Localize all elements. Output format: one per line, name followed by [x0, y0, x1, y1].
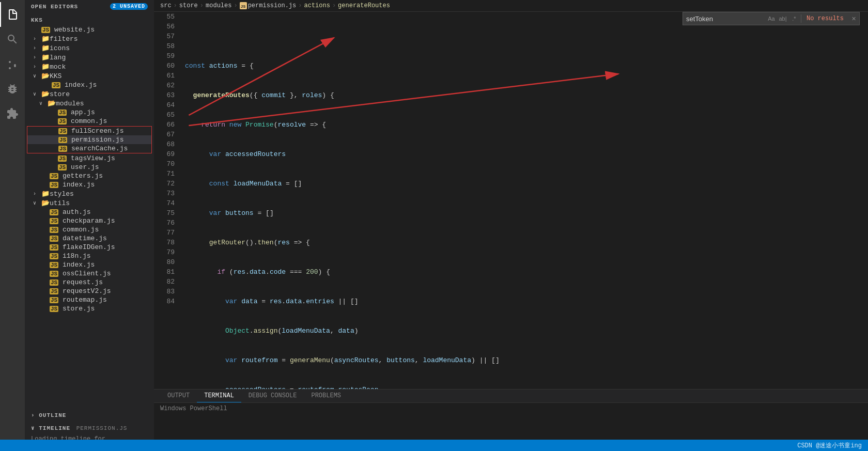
tree-item-request[interactable]: JS request.js — [25, 278, 154, 287]
tree-arrow-icons: › — [33, 45, 41, 51]
tree-arrow-utils: ∨ — [33, 200, 41, 206]
js-icon-requestv2: JS — [50, 288, 58, 294]
tree-item-styles[interactable]: › 📁 styles — [25, 189, 154, 198]
folder-icon-lang: 📁 — [41, 53, 50, 61]
tree-item-permission[interactable]: JS permission.js — [27, 135, 151, 144]
js-icon-getters: JS — [50, 173, 58, 179]
tree-item-mock[interactable]: › 📁 mock — [25, 62, 154, 71]
code-line-66: var routefrom = generaMenu(asyncRoutes, … — [185, 355, 868, 365]
watermark: CSDN @迷途小书童ing — [797, 441, 862, 450]
tree-item-user[interactable]: JS user.js — [25, 163, 154, 172]
tree-item-checkparam[interactable]: JS checkparam.js — [25, 216, 154, 225]
tab-debug-console[interactable]: DEBUG CONSOLE — [241, 390, 304, 402]
tree-item-tagsview[interactable]: JS tagsView.js — [25, 154, 154, 163]
js-icon-user: JS — [58, 164, 67, 170]
red-box-group: JS fullScreen.js JS permission.js JS sea… — [27, 126, 152, 153]
tree-item-auth[interactable]: JS auth.js — [25, 208, 154, 216]
tree-item-store[interactable]: ∨ 📂 store — [25, 89, 154, 99]
tree-item-lang[interactable]: › 📁 lang — [25, 53, 154, 62]
tree-item-app[interactable]: JS app.js — [25, 108, 154, 117]
open-editors-bar: OPEN EDITORS 2 UNSAVED — [25, 0, 154, 13]
js-icon-auth: JS — [50, 209, 58, 215]
svg-text:JS: JS — [240, 4, 245, 9]
sidebar: OPEN EDITORS 2 UNSAVED KKS JS website.js… — [25, 0, 154, 451]
tree-item-routemap[interactable]: JS routemap.js — [25, 296, 154, 304]
tree-item-datetime[interactable]: JS datetime.js — [25, 234, 154, 243]
folder-icon-filters: 📁 — [41, 35, 50, 43]
code-line-59: var accessedRouters — [185, 149, 868, 159]
tab-output[interactable]: OUTPUT — [160, 390, 197, 402]
js-icon-i18n: JS — [50, 253, 58, 259]
tree-arrow-lang: › — [33, 55, 41, 60]
code-line-62: getRouter().then(res => { — [185, 238, 868, 247]
js-icon-store-file: JS — [50, 306, 58, 312]
breadcrumb: src › store › modules › JSpermission.js … — [154, 0, 868, 12]
tree-item-website[interactable]: JS website.js — [25, 25, 154, 34]
search-input[interactable] — [683, 14, 766, 24]
folder-icon-router: 📂 — [41, 72, 50, 80]
tree-item-searchcache[interactable]: JS searchCache.js — [27, 144, 151, 153]
tree-item-icons[interactable]: › 📁 icons — [25, 43, 154, 53]
tree-item-index-router[interactable]: JS index.js — [25, 81, 154, 89]
tree-item-common-utils[interactable]: JS common.js — [25, 225, 154, 234]
code-line-60: const loadMenuData = [] — [185, 179, 868, 189]
regex-button[interactable]: .* — [788, 13, 800, 24]
tab-terminal[interactable]: TERMINAL — [197, 390, 241, 402]
code-content[interactable]: const actions = { generateRoutes({ commi… — [181, 12, 868, 389]
unsaved-badge: 2 UNSAVED — [110, 3, 148, 10]
timeline-section[interactable]: ∨ TIMELINE permission.js — [25, 422, 154, 434]
outline-section[interactable]: › OUTLINE — [25, 409, 154, 422]
tree-item-fullscreen[interactable]: JS fullScreen.js — [27, 127, 151, 135]
tree-arrow-store: ∨ — [33, 91, 41, 97]
tree-item-getters[interactable]: JS getters.js — [25, 172, 154, 180]
open-editors-label: OPEN EDITORS — [31, 4, 78, 10]
extensions-icon[interactable] — [0, 101, 25, 126]
code-line-65: Object.assign(loadMenuData, data) — [185, 326, 868, 336]
js-icon-app: JS — [58, 110, 67, 116]
tree-arrow-mock: › — [33, 64, 41, 70]
folder-icon-modules: 📂 — [48, 99, 56, 107]
tree-item-filters[interactable]: › 📁 filters — [25, 34, 154, 43]
terminal-content: Windows PowerShell — [160, 405, 227, 412]
match-word-button[interactable]: ab| — [777, 13, 788, 24]
folder-icon-styles: 📁 — [41, 190, 50, 198]
tab-problems[interactable]: PROBLEMS — [304, 390, 348, 402]
code-line-58: return new Promise(resolve => { — [185, 120, 868, 130]
code-line-57: generateRoutes({ commit }, roles) { — [185, 90, 868, 100]
match-case-button[interactable]: Aa — [766, 13, 777, 24]
close-search-button[interactable]: ✕ — [848, 13, 859, 24]
tree-item-requestv2[interactable]: JS requestV2.js — [25, 287, 154, 296]
tree-item-index-store[interactable]: JS index.js — [25, 180, 154, 189]
tree-item-index-utils[interactable]: JS index.js — [25, 260, 154, 269]
tree-item-i18n[interactable]: JS i18n.js — [25, 252, 154, 260]
tree-item-utils[interactable]: ∨ 📂 utils — [25, 198, 154, 208]
tree-arrow-router: ∨ — [33, 73, 41, 79]
code-line-55 — [185, 32, 868, 41]
source-control-icon[interactable] — [0, 52, 25, 76]
tree-item-ossclient[interactable]: JS ossClient.js — [25, 269, 154, 278]
folder-icon-utils: 📂 — [41, 199, 50, 207]
search-divider — [801, 14, 801, 23]
tree-item-store-file[interactable]: JS store.js — [25, 304, 154, 313]
tree-arrow-modules: ∨ — [39, 100, 48, 106]
js-icon-permission: JS — [58, 137, 67, 143]
js-icon-index-store: JS — [50, 182, 58, 188]
main-editor: src › store › modules › JSpermission.js … — [154, 0, 868, 451]
search-icon[interactable] — [0, 27, 25, 52]
tree-item-modules[interactable]: ∨ 📂 modules — [25, 99, 154, 108]
tree-item-common[interactable]: JS common.js — [25, 117, 154, 126]
files-icon[interactable] — [0, 2, 25, 27]
js-icon-routemap: JS — [50, 297, 58, 303]
js-icon-checkparam: JS — [50, 218, 58, 224]
code-line-61: var buttons = [] — [185, 208, 868, 218]
folder-icon-mock: 📁 — [41, 63, 50, 71]
tree-arrow-filters: › — [33, 36, 41, 42]
tree-item-flakeidgen[interactable]: JS flakeIDGen.js — [25, 243, 154, 252]
debug-icon[interactable] — [0, 76, 25, 101]
js-icon-flakeidgen: JS — [50, 244, 58, 251]
js-icon-common: JS — [58, 118, 67, 125]
tree-item-router[interactable]: ∨ 📂 KKS — [25, 71, 154, 81]
panel-tabs: OUTPUT TERMINAL DEBUG CONSOLE PROBLEMS — [154, 390, 868, 403]
line-numbers: 55 56 57 58 59 60 61 62 63 64 65 66 67 6… — [154, 12, 181, 389]
no-results-label: No results — [802, 15, 848, 22]
